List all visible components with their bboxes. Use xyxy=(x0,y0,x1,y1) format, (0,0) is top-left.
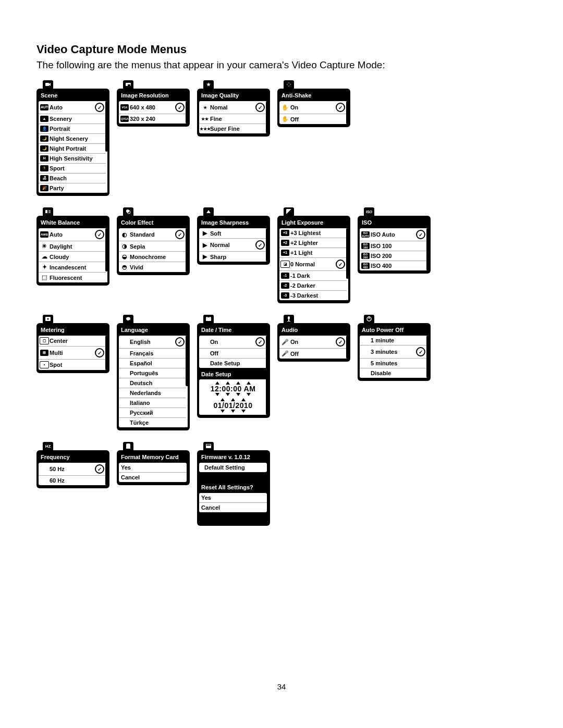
list-item[interactable]: ✋Off xyxy=(279,114,347,124)
list-item[interactable]: Cancel xyxy=(199,503,267,512)
list-item[interactable]: ✦Incandescent xyxy=(39,262,106,273)
list-item[interactable]: +2+2 Lighter xyxy=(279,238,347,248)
list-item[interactable]: 1 minute xyxy=(360,336,427,346)
check-icon xyxy=(175,230,185,239)
list-item[interactable]: Español xyxy=(119,359,187,368)
check-icon xyxy=(255,337,265,347)
list-item[interactable]: AUTOAuto xyxy=(39,101,106,114)
list-item[interactable]: ◓Vivid xyxy=(119,262,187,272)
item-icon: ▶ xyxy=(201,253,209,260)
item-icon: ★★★ xyxy=(201,127,209,131)
list-item[interactable]: 5 minutes xyxy=(360,359,427,368)
list-item[interactable]: •Spot xyxy=(39,360,106,370)
svg-rect-0 xyxy=(45,83,49,86)
list-item[interactable]: HHigh Sensitivity xyxy=(39,154,106,164)
list-item[interactable]: 🏃Sport xyxy=(39,164,106,174)
menu-title: Firmware v. 1.0.12 xyxy=(199,452,267,463)
list-item[interactable]: 🎉Party xyxy=(39,183,106,193)
item-label: Sharp xyxy=(210,254,265,260)
list-item[interactable]: On xyxy=(199,336,267,349)
list-item[interactable]: ▶Normal xyxy=(199,239,267,252)
list-item[interactable]: ◪0 Normal xyxy=(279,258,347,271)
list-item[interactable]: -1-1 Dark xyxy=(279,271,347,281)
menu-title: Image Sharpness xyxy=(199,218,267,228)
list-item[interactable]: VGA640 x 480 xyxy=(119,101,187,114)
wb-icon xyxy=(43,207,53,216)
svg-rect-3 xyxy=(128,84,130,86)
list-item[interactable]: Deutsch xyxy=(119,378,187,388)
quality-icon: ★ xyxy=(203,80,214,89)
page-intro: The following are the menus that appear … xyxy=(36,59,527,71)
list-item[interactable]: 3 minutes xyxy=(360,346,427,359)
list-item[interactable]: Date Setup xyxy=(199,359,267,368)
list-item[interactable]: ◐Standard xyxy=(119,228,187,241)
item-label: Fluorescent xyxy=(50,275,104,281)
item-label: Yes xyxy=(201,495,265,501)
item-label: Soft xyxy=(210,230,265,237)
item-label: Center xyxy=(50,338,104,344)
list-item[interactable]: 50 Hz xyxy=(39,463,106,476)
date-down-arrows[interactable] xyxy=(200,410,266,413)
list-item[interactable]: ISO100ISO 100 xyxy=(360,241,427,251)
list-item[interactable]: +3+3 Lightest xyxy=(279,228,347,238)
item-icon: -2 xyxy=(282,282,289,289)
menu-title: Frequency xyxy=(39,452,106,463)
list-item[interactable]: ✋On xyxy=(279,101,347,114)
list-item[interactable]: Off xyxy=(199,349,267,359)
list-item[interactable]: ISO400ISO 400 xyxy=(360,261,427,270)
list-item[interactable]: Yes xyxy=(199,493,267,503)
list-item[interactable]: +1+1 Light xyxy=(279,248,347,258)
list-item[interactable]: ★Nomal xyxy=(199,101,267,114)
list-item[interactable]: ◒Monochrome xyxy=(119,252,187,262)
list-item[interactable]: ◑Sepia xyxy=(119,241,187,252)
list-item[interactable]: -3-3 Darkest xyxy=(279,291,347,300)
list-item[interactable]: Français xyxy=(119,349,187,359)
list-item[interactable]: ⊞Multi xyxy=(39,347,106,360)
menu-audio: Audio 🎤On🎤Off xyxy=(277,315,350,362)
list-item[interactable]: ☀Daylight xyxy=(39,241,106,252)
menu-title: Color Effect xyxy=(119,218,187,228)
item-label: High Sensitivity xyxy=(50,155,104,162)
date-setup-panel[interactable]: 12:00:00 AM 01/01/2010 xyxy=(199,379,267,415)
list-item[interactable]: ▢Center xyxy=(39,336,106,347)
list-item[interactable]: -2-2 Darker xyxy=(279,281,347,291)
list-item[interactable]: Italiano xyxy=(119,398,187,408)
list-item[interactable]: Yes xyxy=(119,463,187,473)
item-label: 3 minutes xyxy=(371,349,416,355)
item-icon: ISO100 xyxy=(362,243,369,249)
list-item[interactable]: Türkçe xyxy=(119,418,187,427)
list-item[interactable]: Русский xyxy=(119,408,187,418)
item-label: Auto xyxy=(50,104,95,110)
sharpness-icon xyxy=(203,207,214,216)
list-item[interactable]: ▶Sharp xyxy=(199,252,267,262)
list-item[interactable]: Nederlands xyxy=(119,388,187,398)
list-item[interactable]: 👤Portrait xyxy=(39,124,106,134)
list-item[interactable]: ☁Cloudy xyxy=(39,252,106,262)
item-label: 5 minutes xyxy=(371,360,425,366)
list-item[interactable]: 🌙Night Portrait xyxy=(39,144,106,154)
list-item[interactable]: ⬚Fluorescent xyxy=(39,273,106,282)
list-item[interactable]: ▲Scenery xyxy=(39,114,106,124)
list-item[interactable]: Disable xyxy=(360,368,427,378)
list-item[interactable]: English xyxy=(119,336,187,349)
list-item[interactable]: Default Setting xyxy=(199,463,267,472)
scene-icon xyxy=(43,80,53,89)
list-item[interactable]: ISOAUTOISO Auto xyxy=(360,228,427,241)
item-label: Incandescent xyxy=(50,264,104,270)
list-item[interactable]: 🎤Off xyxy=(279,349,347,359)
list-item[interactable]: ★★★Super Fine xyxy=(199,124,267,133)
list-item[interactable]: QVGA320 x 240 xyxy=(119,114,187,124)
date-value: 01/01/2010 xyxy=(200,401,266,410)
list-item[interactable]: 🌙Night Scenery xyxy=(39,134,106,144)
list-item[interactable]: 🎤On xyxy=(279,336,347,349)
list-item[interactable]: Cancel xyxy=(119,473,187,482)
list-item[interactable]: ▶Soft xyxy=(199,228,267,239)
svg-rect-23 xyxy=(369,316,370,319)
list-item[interactable]: ★★Fine xyxy=(199,114,267,124)
list-item[interactable]: 🏖Beach xyxy=(39,174,106,183)
list-item[interactable]: Português xyxy=(119,368,187,378)
list-item[interactable]: AWBAuto xyxy=(39,228,106,241)
check-icon xyxy=(95,103,104,112)
list-item[interactable]: ISO200ISO 200 xyxy=(360,251,427,261)
list-item[interactable]: 60 Hz xyxy=(39,476,106,485)
